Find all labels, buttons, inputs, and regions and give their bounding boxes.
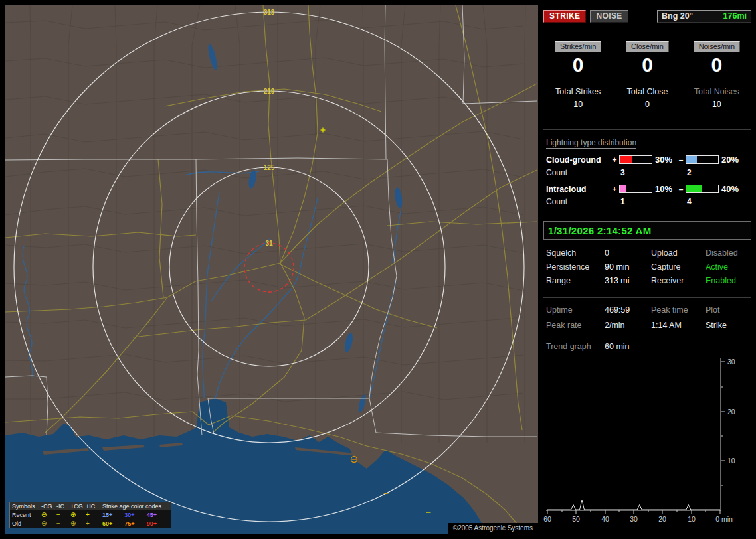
legend-age-header: Strike age color codes [102,503,169,510]
y-tick-10: 10 [727,457,735,465]
legend-col-neg-ic: -IC [56,503,70,510]
legend-symbols-header: Symbols [12,503,41,510]
capture-label: Capture [651,262,706,271]
close-per-min-label: Close/min [626,41,669,52]
stats-grid: Uptime 469:59 Peak time Plot Peak rate 2… [546,305,749,330]
circle-minus-icon: ⊖ [41,512,56,518]
y-ticks [721,362,725,485]
x-ticks [547,510,720,514]
status-panel: STRIKE NOISE Bng 20° 176mi Strikes/min C… [543,5,751,534]
minus-icon: − [56,512,70,518]
ic-positive-bar [619,185,652,193]
x-tick-0-min: 0 min [715,515,733,523]
receiver-label: Receiver [651,276,706,285]
persistence-value: 90 min [605,262,651,271]
range-label-313: 313 [264,9,275,16]
plot-value: Strike [706,321,749,330]
cg-negative-percent: 20% [719,155,743,165]
legend-recent-label: Recent [12,512,41,518]
total-strikes-label: Total Strikes [543,87,613,96]
y-tick-20: 20 [727,408,735,416]
range-label-31: 31 [265,240,273,247]
circle-plus-icon: ⊕ [70,520,86,527]
copyright-text: ©2005 Astrogenic Systems [448,523,538,534]
legend-col-pos-cg: +CG [70,503,86,510]
lightning-map[interactable]: 313 219 125 31 Symbols -CG -IC +CG +IC S… [5,5,538,534]
age-code-75: 75+ [124,520,146,527]
totals-row: Total Strikes 10 Total Close 0 Total Noi… [543,87,751,109]
cg-negative-bar [686,155,719,164]
bearing-label: Bng 20° [662,11,693,21]
total-close-value: 0 [613,100,682,109]
ic-negative-percent: 40% [719,184,743,194]
total-close-label: Total Close [613,87,682,96]
cg-positive-bar [619,155,652,164]
range-label-125: 125 [264,164,275,171]
plus-sign: + [610,185,619,194]
mode-toolbar: STRIKE NOISE Bng 20° 176mi [543,9,751,23]
total-noises-value: 10 [682,100,751,109]
noises-per-min-value: 0 [682,54,751,76]
circle-minus-icon: ⊖ [41,520,56,527]
plus-icon: + [86,512,102,518]
legend-col-pos-ic: +IC [86,503,102,510]
minus-sign: – [676,155,686,165]
legend-header-row: Symbols -CG -IC +CG +IC Strike age color… [10,502,171,510]
distribution-title: Lightning type distribution [546,138,636,149]
trend-graph: 30 20 10 60 50 40 30 20 10 0 min [543,354,751,532]
cg-positive-count: 3 [619,168,652,177]
capture-status: Active [706,262,749,271]
age-code-15: 15+ [102,512,124,518]
rate-values-row: 0 0 0 [543,54,751,76]
noises-per-min-label: Noises/min [694,41,740,52]
minus-icon: − [56,520,70,527]
squelch-label: Squelch [546,248,605,258]
cloud-ground-label: Cloud-ground [546,155,610,165]
x-tick-10: 10 [688,515,696,523]
legend-recent-row: Recent ⊖ − ⊕ + 15+ 30+ 45+ [10,510,171,519]
close-per-min-value: 0 [613,54,682,76]
peak-time-value: 1:14 AM [651,321,706,330]
ic-positive-count: 1 [619,197,652,206]
rate-labels-row: Strikes/min Close/min Noises/min [543,41,751,52]
legend-old-label: Old [12,520,41,527]
peak-time-label: Peak time [651,305,706,315]
trend-graph-label: Trend graph [546,342,605,351]
legend-col-neg-cg: -CG [41,503,56,510]
x-tick-20: 20 [658,515,666,523]
circle-plus-icon: ⊕ [70,512,86,518]
count-label: Count [546,197,610,206]
range-value: 313 mi [605,276,651,285]
divider [543,297,751,298]
noise-mode-button[interactable]: NOISE [590,10,628,23]
y-tick-30: 30 [727,358,735,366]
total-noises-label: Total Noises [682,87,751,96]
x-tick-30: 30 [630,515,638,523]
total-strikes-value: 10 [543,100,613,109]
intracloud-row: Intracloud + 10% – 40% [546,184,749,194]
map-legend: Symbols -CG -IC +CG +IC Strike age color… [9,502,171,528]
upload-status: Disabled [706,248,749,258]
legend-old-row: Old ⊖ − ⊕ + 60+ 75+ 90+ [10,519,171,528]
ic-negative-bar [686,185,719,193]
timestamp-box: 1/31/2026 2:14:52 AM [543,221,751,240]
bearing-readout: Bng 20° 176mi [657,10,751,23]
range-label: Range [546,276,605,285]
age-code-45: 45+ [147,512,169,518]
upload-label: Upload [651,248,706,258]
ic-negative-count: 4 [686,197,719,206]
trend-graph-row: Trend graph 60 min [546,342,630,351]
persistence-label: Persistence [546,262,605,271]
x-tick-40: 40 [601,515,609,523]
ic-positive-percent: 10% [652,184,676,194]
cg-positive-percent: 30% [652,155,676,165]
x-tick-60: 60 [543,515,551,523]
cg-negative-count: 2 [686,168,719,177]
strikes-per-min-value: 0 [543,54,613,76]
settings-grid: Squelch 0 Upload Disabled Persistence 90… [546,248,749,285]
age-code-90: 90+ [147,520,169,527]
range-label-219: 219 [264,88,275,95]
plus-sign: + [610,155,619,165]
strike-mode-button[interactable]: STRIKE [543,10,586,23]
minus-sign: – [676,185,686,194]
